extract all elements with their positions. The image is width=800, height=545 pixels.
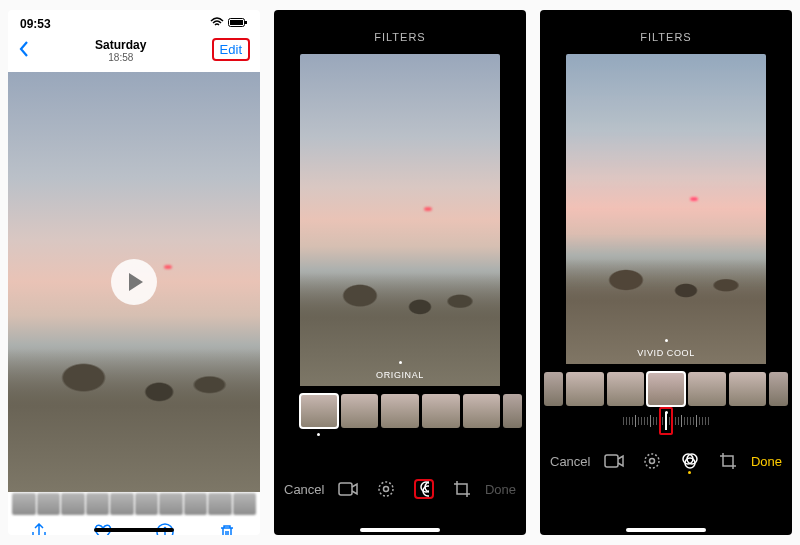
- filter-thumb[interactable]: [566, 372, 604, 406]
- done-button[interactable]: Done: [751, 454, 782, 469]
- svg-point-8: [383, 487, 388, 492]
- filter-thumb[interactable]: [544, 372, 563, 406]
- photos-viewer-screen: 09:53 Saturday 18:58 Edit CINEMATIC: [8, 10, 260, 535]
- nav-title-day: Saturday: [30, 38, 212, 52]
- home-indicator[interactable]: [360, 528, 440, 532]
- editor-vividcool-screen: FILTERS VIVID COOL Cancel: [540, 10, 792, 535]
- back-button[interactable]: [18, 38, 30, 63]
- photo-area[interactable]: [8, 72, 260, 492]
- cancel-button[interactable]: Cancel: [550, 454, 590, 469]
- svg-point-13: [645, 454, 659, 468]
- crop-icon[interactable]: [452, 479, 472, 499]
- filter-thumb[interactable]: [607, 372, 645, 406]
- filter-thumb[interactable]: [341, 394, 379, 428]
- editor-photo-area[interactable]: ORIGINAL: [300, 54, 500, 386]
- adjust-icon[interactable]: [642, 451, 662, 471]
- editor-preview: [300, 54, 500, 386]
- current-filter-label: ORIGINAL: [300, 370, 500, 380]
- filter-thumbnails[interactable]: [274, 386, 526, 430]
- svg-rect-6: [339, 483, 352, 495]
- done-button[interactable]: Done: [485, 482, 516, 497]
- nav-title-time: 18:58: [30, 52, 212, 63]
- slider-knob[interactable]: [665, 412, 667, 430]
- bottom-toolbar: [8, 516, 260, 535]
- editor-photo-area[interactable]: VIVID COOL: [566, 54, 766, 364]
- editor-original-screen: FILTERS ORIGINAL Cancel: [274, 10, 526, 535]
- current-filter-label: VIVID COOL: [566, 348, 766, 358]
- filter-thumb[interactable]: [463, 394, 501, 428]
- editor-header: FILTERS: [274, 10, 526, 54]
- status-bar: 09:53: [8, 10, 260, 38]
- filters-icon[interactable]: [414, 479, 434, 499]
- filter-thumb[interactable]: [381, 394, 419, 428]
- filter-thumbnails[interactable]: [540, 364, 792, 408]
- filter-thumb-vivid-cool[interactable]: [647, 372, 685, 406]
- editor-toolbar: Cancel Done: [540, 440, 792, 482]
- home-indicator[interactable]: [94, 528, 174, 532]
- nav-title: Saturday 18:58: [30, 38, 212, 63]
- share-icon[interactable]: [30, 523, 50, 535]
- home-indicator[interactable]: [626, 528, 706, 532]
- crop-icon[interactable]: [718, 451, 738, 471]
- video-icon[interactable]: [604, 451, 624, 471]
- svg-point-7: [379, 482, 393, 496]
- filter-thumb-original[interactable]: [300, 394, 338, 428]
- battery-icon: [228, 17, 248, 31]
- thumbnail-strip[interactable]: [8, 492, 260, 516]
- editor-header: FILTERS: [540, 10, 792, 54]
- filter-thumb[interactable]: [769, 372, 788, 406]
- svg-rect-1: [230, 20, 243, 25]
- filter-thumb[interactable]: [729, 372, 767, 406]
- editor-toolbar: Cancel Done: [274, 468, 526, 510]
- play-button[interactable]: [111, 259, 157, 305]
- svg-rect-2: [245, 21, 247, 24]
- svg-point-14: [649, 459, 654, 464]
- filter-thumb[interactable]: [503, 394, 522, 428]
- intensity-slider[interactable]: [540, 408, 792, 434]
- cancel-button[interactable]: Cancel: [284, 482, 324, 497]
- nav-bar: Saturday 18:58 Edit: [8, 38, 260, 72]
- trash-icon[interactable]: [219, 523, 239, 535]
- video-icon[interactable]: [338, 479, 358, 499]
- edit-button[interactable]: Edit: [212, 38, 250, 61]
- filter-thumb[interactable]: [422, 394, 460, 428]
- status-time: 09:53: [20, 17, 51, 31]
- adjust-icon[interactable]: [376, 479, 396, 499]
- wifi-icon: [210, 17, 224, 31]
- filters-icon[interactable]: [680, 451, 700, 471]
- filter-thumb[interactable]: [688, 372, 726, 406]
- editor-preview: [566, 54, 766, 364]
- svg-rect-12: [605, 455, 618, 467]
